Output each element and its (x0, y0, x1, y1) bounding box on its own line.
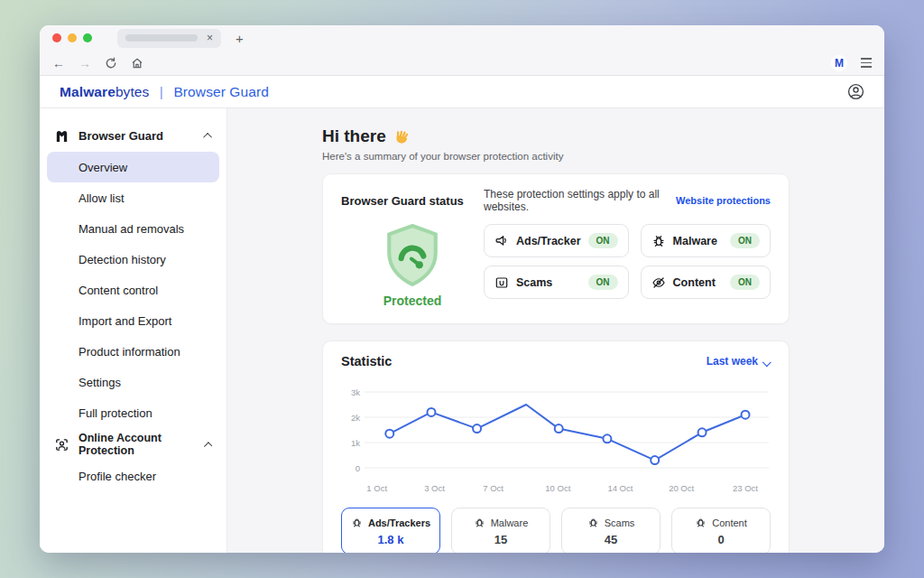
svg-text:3 Oct: 3 Oct (424, 483, 445, 493)
sidebar-item-settings[interactable]: Settings (40, 367, 226, 397)
protected-shield-icon (383, 224, 442, 287)
bug-icon (695, 517, 707, 528)
stat-box-label: Ads/Trackers (368, 517, 430, 528)
browser-nav-bar: ← → M (40, 51, 884, 76)
main-panel: Hi there Here's a summary of your brow (227, 108, 884, 553)
svg-text:23 Oct: 23 Oct (733, 483, 758, 493)
svg-text:14 Oct: 14 Oct (607, 483, 633, 493)
stat-box-content[interactable]: Content 0 (671, 508, 771, 553)
stat-box-value: 0 (676, 533, 766, 546)
chevron-up-icon[interactable] (203, 132, 212, 141)
bug-icon (587, 517, 599, 528)
person-frame-icon (54, 437, 69, 452)
sidebar-item-detection-history[interactable]: Detection history (40, 244, 226, 275)
malwarebytes-extension-icon[interactable]: M (831, 55, 847, 71)
svg-text:1k: 1k (351, 438, 360, 448)
sidebar-item-full-protection[interactable]: Full protection (40, 397, 226, 428)
status-card-description: These protection settings apply to all w… (484, 188, 676, 213)
reload-icon[interactable] (105, 57, 117, 70)
bug-icon (651, 234, 666, 248)
stat-summary-row: Ads/Trackers 1.8 k Mal (341, 508, 771, 553)
minimize-window-button[interactable] (68, 33, 77, 42)
desktop-background: × + ← → M Malwarebytes | Browser Guard (0, 0, 924, 578)
toggle-label: Malware (673, 235, 723, 247)
svg-text:2k: 2k (351, 413, 360, 423)
malwarebytes-logo: Malwarebytes | Browser Guard (60, 84, 269, 100)
toggle-label: Content (673, 276, 723, 289)
maximize-window-button[interactable] (83, 33, 92, 42)
stat-box-value: 45 (566, 533, 656, 546)
chevron-down-icon (762, 358, 772, 367)
svg-text:10 Oct: 10 Oct (545, 483, 570, 493)
toggle-content[interactable]: Content ON (641, 266, 771, 299)
product-name: Browser Guard (173, 84, 269, 99)
toggle-label: Ads/Tracker (516, 235, 581, 247)
stat-box-value: 15 (456, 533, 546, 546)
range-dropdown-label: Last week (707, 355, 758, 368)
new-tab-button[interactable]: + (236, 32, 244, 45)
on-badge: ON (588, 233, 618, 248)
statistic-chart: 3k2k1k01 Oct3 Oct7 Oct10 Oct14 Oct20 Oct… (341, 376, 772, 500)
status-card: Browser Guard status These protection se… (322, 173, 790, 324)
stat-box-value: 1.8 k (346, 533, 436, 546)
browser-hook-icon (494, 275, 509, 290)
sidebar-item-manual-ad-removals[interactable]: Manual ad removals (40, 213, 226, 244)
toggle-ads-tracker[interactable]: Ads/Tracker ON (484, 224, 629, 257)
home-icon[interactable] (131, 57, 143, 70)
logo-divider: | (160, 84, 163, 99)
stat-box-scams[interactable]: Scams 45 (561, 508, 661, 553)
on-badge: ON (730, 275, 760, 290)
protected-status-label: Protected (383, 294, 442, 308)
bug-icon (474, 517, 485, 528)
stat-box-label: Scams (605, 517, 635, 528)
svg-text:3k: 3k (351, 387, 360, 397)
close-window-button[interactable] (52, 33, 61, 42)
sidebar-section-label: Browser Guard (79, 129, 163, 143)
on-badge: ON (588, 275, 618, 290)
chevron-up-icon[interactable] (204, 442, 212, 450)
svg-text:1 Oct: 1 Oct (366, 483, 387, 493)
browser-menu-icon[interactable] (861, 58, 872, 68)
sidebar-item-import-export[interactable]: Import and Export (40, 305, 226, 336)
waving-hand-icon (393, 127, 411, 146)
svg-text:7 Oct: 7 Oct (483, 483, 504, 493)
account-icon[interactable] (847, 83, 864, 100)
sidebar-section-online-account-protection[interactable]: Online Account Protection (40, 428, 226, 461)
megaphone-icon (494, 234, 509, 248)
toggle-scams[interactable]: Scams ON (484, 266, 629, 299)
malwarebytes-m-icon (54, 128, 69, 144)
stat-box-label: Content (712, 517, 747, 528)
statistic-card: Statistic Last week 3k2k1k01 Oct3 Oct7 O… (322, 340, 790, 553)
back-icon[interactable]: ← (52, 57, 65, 70)
sidebar-item-allow-list[interactable]: Allow list (40, 182, 226, 213)
page-subtitle: Here's a summary of your browser protect… (322, 151, 790, 162)
website-protections-link[interactable]: Website protections (676, 195, 771, 206)
stat-box-label: Malware (491, 517, 529, 528)
eye-off-icon (651, 275, 666, 290)
sidebar-item-overview[interactable]: Overview (47, 152, 219, 182)
svg-text:20 Oct: 20 Oct (669, 483, 694, 493)
sidebar-item-content-control[interactable]: Content control (40, 275, 226, 305)
app-header: Malwarebytes | Browser Guard (40, 76, 884, 108)
tab-close-icon[interactable]: × (207, 33, 213, 43)
brand-text-bold: Malware (60, 84, 116, 99)
status-card-title: Browser Guard status (341, 194, 484, 208)
sidebar-section-label: Online Account Protection (79, 432, 198, 457)
bug-icon (351, 517, 363, 528)
browser-window: × + ← → M Malwarebytes | Browser Guard (40, 25, 884, 553)
svg-text:0: 0 (356, 463, 360, 473)
stat-box-ads-trackers[interactable]: Ads/Trackers 1.8 k (341, 508, 440, 553)
page-title: Hi there (322, 126, 790, 146)
sidebar-section-browser-guard[interactable]: Browser Guard (40, 119, 226, 152)
brand-text-light: bytes (116, 84, 150, 99)
browser-tab-bar: × + (40, 25, 884, 51)
range-dropdown[interactable]: Last week (707, 355, 771, 368)
toggle-malware[interactable]: Malware ON (641, 224, 771, 257)
statistic-title: Statistic (341, 354, 392, 368)
stat-box-malware[interactable]: Malware 15 (451, 508, 550, 553)
window-controls (52, 33, 92, 42)
browser-tab[interactable]: × (117, 29, 221, 48)
forward-icon[interactable]: → (79, 57, 91, 70)
sidebar-item-profile-checker[interactable]: Profile checker (40, 461, 226, 491)
sidebar-item-product-information[interactable]: Product information (40, 336, 226, 367)
